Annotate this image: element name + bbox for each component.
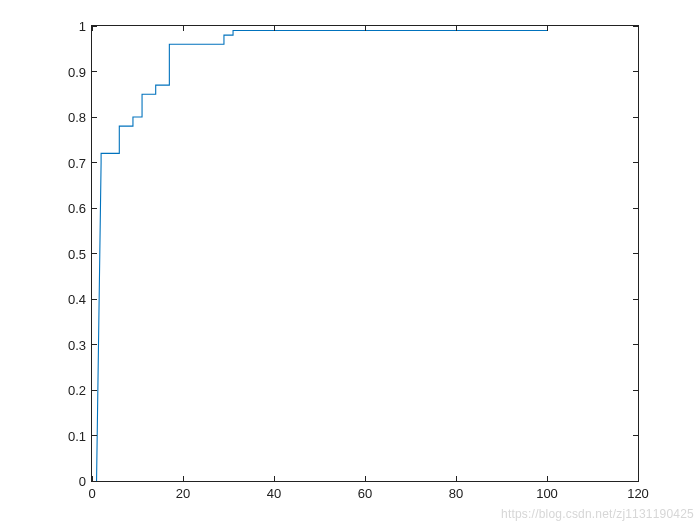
y-tick-label: 0.2 [68, 383, 86, 398]
watermark-text: https://blog.csdn.net/zj1131190425 [501, 507, 694, 521]
x-tick-label: 80 [449, 486, 463, 501]
y-tick-label: 0.8 [68, 110, 86, 125]
x-tick-mark [365, 26, 366, 31]
x-tick-label: 20 [176, 486, 190, 501]
y-tick-mark [92, 117, 97, 118]
y-tick-label: 0.9 [68, 64, 86, 79]
x-tick-mark [638, 476, 639, 481]
x-tick-label: 40 [267, 486, 281, 501]
y-tick-label: 0 [79, 474, 86, 489]
y-tick-mark [92, 253, 97, 254]
y-tick-label: 1 [79, 19, 86, 34]
y-tick-label: 0.7 [68, 155, 86, 170]
y-tick-mark [633, 117, 638, 118]
y-tick-mark [633, 162, 638, 163]
y-tick-mark [633, 390, 638, 391]
series1-path [97, 31, 547, 481]
x-tick-mark [92, 476, 93, 481]
x-tick-mark [547, 476, 548, 481]
y-tick-mark [92, 481, 97, 482]
x-tick-label: 100 [536, 486, 558, 501]
x-tick-mark [274, 476, 275, 481]
x-tick-label: 60 [358, 486, 372, 501]
x-tick-mark [183, 476, 184, 481]
x-tick-mark [183, 26, 184, 31]
y-tick-label: 0.4 [68, 292, 86, 307]
y-tick-mark [633, 71, 638, 72]
y-tick-mark [92, 71, 97, 72]
y-tick-mark [633, 299, 638, 300]
x-tick-mark [638, 26, 639, 31]
y-tick-mark [633, 253, 638, 254]
x-tick-mark [547, 26, 548, 31]
x-tick-mark [456, 476, 457, 481]
y-tick-mark [92, 26, 97, 27]
y-tick-mark [633, 208, 638, 209]
chart-axes: 00.10.20.30.40.50.60.70.80.9102040608010… [91, 25, 639, 482]
y-tick-mark [633, 344, 638, 345]
x-tick-mark [92, 26, 93, 31]
x-tick-label: 0 [88, 486, 95, 501]
y-tick-label: 0.1 [68, 428, 86, 443]
x-tick-mark [274, 26, 275, 31]
y-tick-mark [92, 208, 97, 209]
y-tick-mark [92, 344, 97, 345]
x-tick-label: 120 [627, 486, 649, 501]
y-tick-label: 0.6 [68, 201, 86, 216]
y-tick-label: 0.5 [68, 246, 86, 261]
y-tick-mark [633, 435, 638, 436]
y-tick-label: 0.3 [68, 337, 86, 352]
y-tick-mark [92, 299, 97, 300]
y-tick-mark [92, 390, 97, 391]
y-tick-mark [92, 162, 97, 163]
chart-line-layer [92, 26, 638, 481]
x-tick-mark [365, 476, 366, 481]
x-tick-mark [456, 26, 457, 31]
y-tick-mark [92, 435, 97, 436]
